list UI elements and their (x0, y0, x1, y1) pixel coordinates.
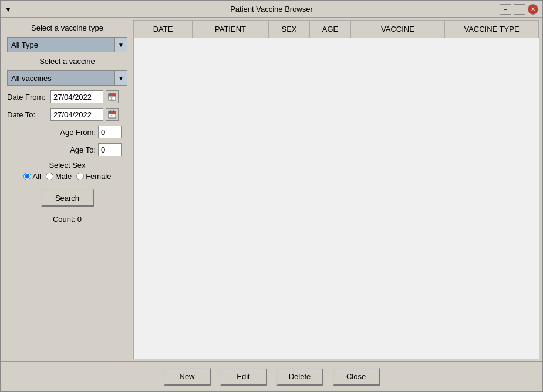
calendar-icon: 31 (108, 93, 116, 101)
select-sex-label: Select Sex (7, 161, 127, 170)
date-to-input[interactable] (50, 108, 103, 121)
window-title: Patient Vaccine Browser (230, 5, 313, 13)
search-button-label: Search (55, 194, 79, 202)
date-from-row: Date From: 31 (7, 90, 127, 103)
close-button[interactable]: Close (333, 368, 380, 386)
date-from-calendar-button[interactable]: 31 (106, 90, 119, 103)
maximize-button[interactable]: □ (514, 4, 525, 15)
age-to-input[interactable] (98, 143, 122, 156)
title-bar-left: ▼ (5, 5, 14, 13)
close-button-label: Close (346, 372, 366, 381)
sex-male-label: Male (55, 172, 72, 181)
col-header-patient: PATIENT (193, 21, 269, 38)
svg-text:31: 31 (110, 97, 114, 100)
svg-rect-1 (109, 94, 116, 96)
age-to-row: Age To: (7, 143, 127, 156)
table-header: DATE PATIENT SEX AGE VACCINE VACCINE TYP… (134, 21, 539, 38)
title-bar: ▼ Patient Vaccine Browser – □ ✕ (1, 1, 542, 18)
vaccine-type-select[interactable]: All Type (7, 37, 127, 52)
main-content: Select a vaccine type All Type ▼ Select … (1, 18, 542, 361)
count-label: Count: 0 (7, 215, 127, 224)
svg-rect-6 (109, 111, 116, 114)
edit-button[interactable]: Edit (220, 368, 267, 386)
col-header-sex: SEX (269, 21, 310, 38)
svg-rect-3 (113, 93, 114, 95)
sex-male-radio[interactable]: Male (46, 172, 72, 181)
vaccine-type-label: Select a vaccine type (7, 23, 127, 32)
col-header-age: AGE (310, 21, 351, 38)
title-bar-controls: – □ ✕ (500, 4, 538, 15)
date-from-label: Date From: (7, 93, 48, 102)
vaccine-dropdown-container: All vaccines ▼ (7, 70, 127, 86)
right-panel: DATE PATIENT SEX AGE VACCINE VACCINE TYP… (133, 20, 539, 359)
col-header-vaccine: VACCINE (351, 21, 445, 38)
sex-male-input[interactable] (46, 173, 53, 180)
date-from-input[interactable] (50, 90, 103, 103)
delete-button-label: Delete (289, 372, 311, 381)
sex-radio-group: All Male Female (7, 172, 127, 181)
sex-female-input[interactable] (76, 173, 84, 180)
col-header-vaccine-type: VACCINE TYPE (445, 21, 539, 38)
new-button[interactable]: NNewew (164, 368, 211, 386)
close-window-button[interactable]: ✕ (528, 4, 538, 15)
age-from-label: Age From: (60, 128, 96, 137)
chevron-icon[interactable]: ▼ (5, 5, 12, 13)
vaccine-type-dropdown-container: All Type ▼ (7, 37, 127, 52)
svg-rect-2 (110, 93, 111, 95)
svg-rect-8 (113, 110, 114, 113)
date-to-row: Date To: 31 (7, 108, 127, 121)
bottom-bar: NNewew Edit Delete Close (1, 361, 542, 391)
edit-button-label: Edit (237, 372, 249, 381)
col-header-date: DATE (134, 21, 193, 38)
sex-all-radio[interactable]: All (23, 172, 41, 181)
sex-all-input[interactable] (23, 173, 31, 180)
age-to-label: Age To: (70, 146, 96, 154)
delete-button[interactable]: Delete (276, 368, 323, 386)
age-from-row: Age From: (7, 126, 127, 138)
sex-female-label: Female (86, 172, 111, 181)
left-panel: Select a vaccine type All Type ▼ Select … (1, 18, 133, 361)
date-to-calendar-button[interactable]: 31 (106, 108, 119, 121)
calendar-icon: 31 (108, 110, 116, 119)
main-window: ▼ Patient Vaccine Browser – □ ✕ Select a… (0, 0, 543, 392)
minimize-button[interactable]: – (500, 4, 511, 15)
vaccine-label: Select a vaccine (7, 57, 127, 66)
sex-section: Select Sex All Male Female (7, 161, 127, 181)
sex-female-radio[interactable]: Female (76, 172, 111, 181)
date-to-label: Date To: (7, 110, 48, 119)
search-button[interactable]: Search (41, 189, 94, 207)
new-button-label: NNewew (179, 372, 194, 381)
age-from-input[interactable] (98, 126, 122, 138)
svg-text:31: 31 (110, 114, 114, 118)
svg-rect-7 (110, 110, 111, 113)
sex-all-label: All (33, 172, 41, 181)
vaccine-select[interactable]: All vaccines (7, 70, 127, 86)
table-body (134, 38, 539, 359)
